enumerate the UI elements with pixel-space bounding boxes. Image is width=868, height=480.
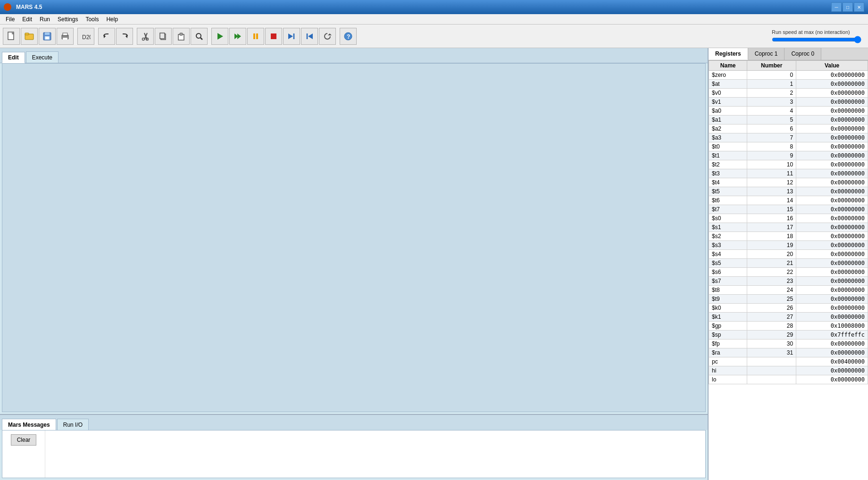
menu-help[interactable]: Help (102, 14, 122, 24)
new-file-button[interactable] (3, 28, 20, 45)
table-row[interactable]: $v020x00000000 (709, 89, 868, 98)
run-button[interactable] (211, 28, 228, 45)
table-row[interactable]: $t080x00000000 (709, 142, 868, 151)
reg-value-cell: 0x00000000 (796, 375, 868, 384)
print-button[interactable] (57, 28, 74, 45)
step-run-button[interactable] (229, 28, 246, 45)
reg-name-cell: $t0 (709, 142, 747, 151)
table-row[interactable]: $sp290x7fffeffc (709, 331, 868, 339)
reg-number-cell (747, 357, 796, 366)
table-row[interactable]: $t5130x00000000 (709, 187, 868, 196)
open-file-button[interactable] (21, 28, 38, 45)
svg-rect-2 (25, 33, 29, 35)
save-button[interactable] (39, 28, 56, 45)
table-row[interactable]: $gp280x10008000 (709, 322, 868, 331)
table-row[interactable]: $s1170x00000000 (709, 223, 868, 232)
table-row[interactable]: hi0x00000000 (709, 366, 868, 375)
table-row[interactable]: $k1270x00000000 (709, 313, 868, 322)
reg-name-cell: $t4 (709, 178, 747, 187)
reset-button[interactable] (319, 28, 336, 45)
table-row[interactable]: $s6220x00000000 (709, 268, 868, 277)
tab-edit[interactable]: Edit (2, 52, 25, 63)
reg-name-cell: $a2 (709, 124, 747, 133)
table-row[interactable]: $s0160x00000000 (709, 214, 868, 223)
table-row[interactable]: $t8240x00000000 (709, 286, 868, 295)
menu-tools[interactable]: Tools (82, 14, 102, 24)
step-back-button[interactable] (301, 28, 318, 45)
reg-number-cell: 8 (747, 142, 796, 151)
table-row[interactable]: $a370x00000000 (709, 133, 868, 142)
reg-value-cell: 0x00000000 (796, 205, 868, 214)
table-row[interactable]: pc0x00400000 (709, 357, 868, 366)
table-row[interactable]: $ra310x00000000 (709, 348, 868, 357)
reg-name-cell: $a1 (709, 116, 747, 124)
table-row[interactable]: $s7230x00000000 (709, 277, 868, 286)
table-row[interactable]: $s2180x00000000 (709, 232, 868, 241)
table-row[interactable]: $t4120x00000000 (709, 178, 868, 187)
reg-value-cell: 0x00000000 (796, 169, 868, 178)
tab-execute[interactable]: Execute (26, 51, 58, 63)
reg-number-cell: 0 (747, 71, 796, 80)
reg-name-cell: $zero (709, 71, 747, 80)
table-row[interactable]: $a040x00000000 (709, 107, 868, 116)
maximize-button[interactable]: □ (843, 2, 853, 12)
reg-number-cell: 1 (747, 80, 796, 89)
svg-rect-20 (180, 33, 183, 35)
reg-name-cell: $a0 (709, 107, 747, 116)
table-row[interactable]: $at10x00000000 (709, 80, 868, 89)
menu-file[interactable]: File (2, 14, 18, 24)
reg-number-cell: 7 (747, 133, 796, 142)
editor-area[interactable] (2, 63, 706, 412)
table-row[interactable]: $s3190x00000000 (709, 241, 868, 250)
undo-button[interactable] (98, 28, 115, 45)
table-row[interactable]: lo0x00000000 (709, 375, 868, 384)
reg-name-cell: $gp (709, 322, 747, 331)
register-tabs: Registers Coproc 1 Coproc 0 (709, 48, 868, 60)
paste-button[interactable] (173, 28, 190, 45)
stop-button[interactable] (265, 28, 282, 45)
step-forward-button[interactable] (283, 28, 300, 45)
table-row[interactable]: $t190x00000000 (709, 151, 868, 160)
tab-coproc0[interactable]: Coproc 0 (785, 48, 821, 60)
clear-button[interactable]: Clear (11, 434, 37, 446)
table-row[interactable]: $s4200x00000000 (709, 250, 868, 259)
message-area[interactable] (45, 430, 705, 478)
tab-registers[interactable]: Registers (709, 48, 748, 60)
table-row[interactable]: $t7150x00000000 (709, 205, 868, 214)
cut-button[interactable] (137, 28, 154, 45)
find-button[interactable] (191, 28, 208, 45)
table-row[interactable]: $fp300x00000000 (709, 339, 868, 348)
table-row[interactable]: $t3110x00000000 (709, 169, 868, 178)
table-row[interactable]: $zero00x00000000 (709, 71, 868, 80)
copy-button[interactable] (155, 28, 172, 45)
table-row[interactable]: $v130x00000000 (709, 98, 868, 107)
register-table: Name Number Value $zero00x00000000$at10x… (709, 60, 868, 384)
reg-value-cell: 0x7fffeffc (796, 331, 868, 339)
table-row[interactable]: $k0260x00000000 (709, 304, 868, 313)
table-row[interactable]: $t6140x00000000 (709, 196, 868, 205)
table-row[interactable]: $s5210x00000000 (709, 259, 868, 268)
table-row[interactable]: $t2100x00000000 (709, 160, 868, 169)
reg-value-cell: 0x00000000 (796, 107, 868, 116)
menu-settings[interactable]: Settings (54, 14, 82, 24)
tab-mars-messages[interactable]: Mars Messages (2, 419, 56, 430)
tab-run-io[interactable]: Run I/O (57, 419, 89, 430)
minimize-button[interactable]: ─ (831, 2, 842, 12)
reg-number-cell: 23 (747, 277, 796, 286)
reg-name-cell: $sp (709, 331, 747, 339)
svg-rect-26 (253, 33, 255, 39)
help-button[interactable]: ? (340, 28, 357, 45)
reg-value-cell: 0x00000000 (796, 295, 868, 304)
assemble-button[interactable]: D201 (77, 28, 94, 45)
menu-edit[interactable]: Edit (18, 14, 36, 24)
table-row[interactable]: $t9250x00000000 (709, 295, 868, 304)
menu-run[interactable]: Run (36, 14, 54, 24)
close-button[interactable]: ✕ (854, 2, 864, 12)
table-row[interactable]: $a260x00000000 (709, 124, 868, 133)
reg-number-cell: 16 (747, 214, 796, 223)
speed-slider[interactable] (772, 36, 861, 43)
table-row[interactable]: $a150x00000000 (709, 116, 868, 124)
redo-button[interactable] (116, 28, 133, 45)
tab-coproc1[interactable]: Coproc 1 (748, 48, 785, 60)
pause-button[interactable] (247, 28, 264, 45)
